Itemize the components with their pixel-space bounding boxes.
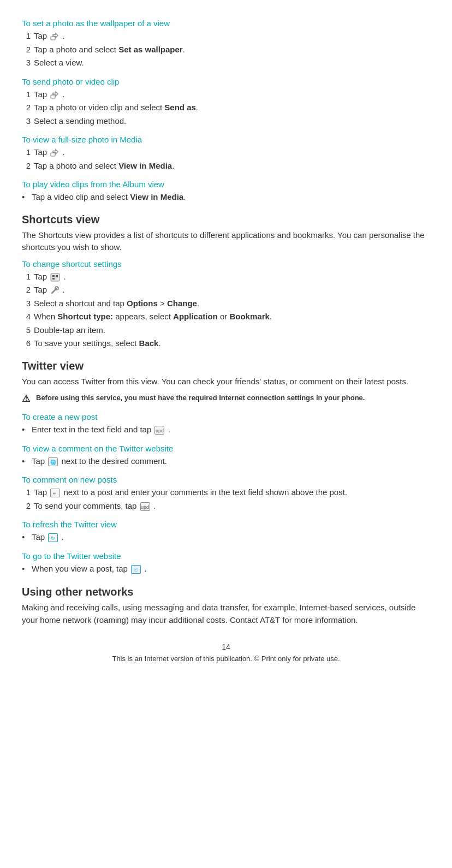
step-num: 1 (22, 271, 31, 283)
list-item: 1 Tap . (22, 271, 430, 283)
list-item: 1 Tap . (22, 30, 430, 43)
svg-rect-3 (51, 95, 55, 98)
twitter-view-body: You can access Twitter from this view. Y… (22, 376, 430, 388)
view-fullsize-heading: To view a full-size photo in Media (22, 135, 430, 144)
send-photo-steps: 1 Tap . 2 Tap a photo or video clip and … (22, 88, 430, 128)
list-item: 4 When Shortcut type: appears, select Ap… (22, 311, 430, 323)
shortcuts-view-heading: Shortcuts view (22, 213, 430, 226)
bullet-text: Tap 🌐 next to the desired comment. (32, 455, 167, 468)
step-text: Tap a photo or video clip and select Sen… (34, 102, 198, 114)
menu-icon (49, 272, 63, 281)
list-item: 3 Select a sending method. (22, 115, 430, 128)
list-item: 1 Tap . (22, 88, 430, 101)
create-post-bullets: • Enter text in the text field and tap u… (22, 424, 430, 436)
step-num: 3 (22, 298, 31, 310)
step-num: 3 (22, 115, 31, 128)
list-item: • Enter text in the text field and tap u… (22, 424, 430, 436)
bullet-text: When you view a post, tap ☉ . (32, 563, 146, 575)
list-item: • When you view a post, tap ☉ . (22, 563, 430, 575)
create-post-heading: To create a new post (22, 412, 430, 421)
list-item: 5 Double-tap an item. (22, 324, 430, 337)
wallpaper-steps: 1 Tap . 2 Tap a photo and select Set as … (22, 30, 430, 69)
warning-box: ⚠ Before using this service, you must ha… (22, 393, 430, 405)
step-text: Tap ↵ next to a post and enter your comm… (34, 486, 347, 499)
step-num: 3 (22, 57, 31, 69)
comment-new-heading: To comment on new posts (22, 475, 430, 484)
list-item: • Tap ↻ . (22, 531, 430, 544)
bullet-point: • (22, 531, 28, 544)
share-icon (49, 31, 62, 40)
svg-rect-8 (56, 275, 58, 277)
step-num: 2 (22, 500, 31, 513)
list-item: 2 Tap a photo or video clip and select S… (22, 102, 430, 114)
step-num: 1 (22, 30, 31, 43)
svg-rect-9 (52, 278, 55, 280)
bullet-text: Tap a video clip and select View in Medi… (32, 191, 186, 204)
step-text: Tap . (34, 88, 65, 101)
comment-new-section: To comment on new posts 1 Tap ↵ next to … (22, 475, 430, 512)
other-networks-body: Making and receiving calls, using messag… (22, 602, 430, 626)
refresh-section: To refresh the Twitter view • Tap ↻ . (22, 520, 430, 544)
create-post-section: To create a new post • Enter text in the… (22, 412, 430, 436)
step-num: 2 (22, 160, 31, 173)
wrench-icon (49, 285, 62, 294)
twitter-view-section: Twitter view You can access Twitter from… (22, 360, 430, 575)
svg-rect-5 (51, 153, 55, 156)
step-text: Tap . (34, 146, 65, 159)
view-comment-bullets: • Tap 🌐 next to the desired comment. (22, 455, 430, 468)
twitter-icon: ☉ (130, 564, 144, 573)
other-networks-heading: Using other networks (22, 586, 430, 598)
step-text: Tap a photo and select View in Media. (34, 160, 174, 173)
shortcuts-view-section: Shortcuts view The Shortcuts view provid… (22, 213, 430, 350)
step-num: 1 (22, 486, 31, 499)
step-num: 6 (22, 337, 31, 350)
footer-text: This is an Internet version of this publ… (22, 655, 430, 663)
bullet-point: • (22, 455, 28, 468)
list-item: 2 To send your comments, tap upd . (22, 500, 430, 513)
step-text: Double-tap an item. (34, 324, 105, 337)
step-num: 1 (22, 146, 31, 159)
goto-twitter-section: To go to the Twitter website • When you … (22, 551, 430, 575)
view-fullsize-steps: 1 Tap . 2 Tap a photo and select View in… (22, 146, 430, 172)
change-shortcut-heading: To change shortcut settings (22, 259, 430, 269)
list-item: • Tap a video clip and select View in Me… (22, 191, 430, 204)
list-item: 2 Tap . (22, 284, 430, 296)
globe-icon: 🌐 (47, 456, 61, 466)
step-text: When Shortcut type: appears, select Appl… (34, 311, 272, 323)
page-number: 14 (22, 643, 430, 651)
step-num: 2 (22, 284, 31, 296)
bullet-point: • (22, 424, 28, 436)
step-num: 5 (22, 324, 31, 337)
send-photo-heading: To send photo or video clip (22, 77, 430, 86)
refresh-heading: To refresh the Twitter view (22, 520, 430, 529)
svg-rect-6 (51, 274, 60, 281)
share-icon (49, 147, 62, 157)
wallpaper-heading: To set a photo as the wallpaper of a vie… (22, 19, 430, 28)
step-text: To send your comments, tap upd . (34, 500, 156, 513)
step-num: 2 (22, 102, 31, 114)
svg-rect-1 (51, 37, 55, 40)
play-video-heading: To play video clips from the Album view (22, 180, 430, 189)
step-text: Tap a photo and select Set as wallpaper. (34, 44, 185, 56)
update-icon-2: upd (139, 501, 153, 510)
play-video-section: To play video clips from the Album view … (22, 180, 430, 204)
share-icon (49, 90, 62, 99)
comment-new-steps: 1 Tap ↵ next to a post and enter your co… (22, 486, 430, 512)
update-icon: upd (153, 425, 168, 434)
step-text: Select a shortcut and tap Options > Chan… (34, 298, 199, 310)
goto-twitter-heading: To go to the Twitter website (22, 551, 430, 561)
step-text: To save your settings, select Back. (34, 337, 161, 350)
step-text: Select a sending method. (34, 115, 126, 128)
list-item: 2 Tap a photo and select View in Media. (22, 160, 430, 173)
list-item: 3 Select a view. (22, 57, 430, 69)
list-item: • Tap 🌐 next to the desired comment. (22, 455, 430, 468)
other-networks-section: Using other networks Making and receivin… (22, 586, 430, 626)
list-item: 1 Tap . (22, 146, 430, 159)
warning-icon: ⚠ (22, 393, 32, 405)
refresh-icon: ↻ (47, 532, 61, 542)
warning-text: Before using this service, you must have… (36, 393, 365, 403)
view-comment-heading: To view a comment on the Twitter website (22, 444, 430, 453)
list-item: 6 To save your settings, select Back. (22, 337, 430, 350)
refresh-bullets: • Tap ↻ . (22, 531, 430, 544)
send-photo-section: To send photo or video clip 1 Tap . 2 Ta… (22, 77, 430, 128)
